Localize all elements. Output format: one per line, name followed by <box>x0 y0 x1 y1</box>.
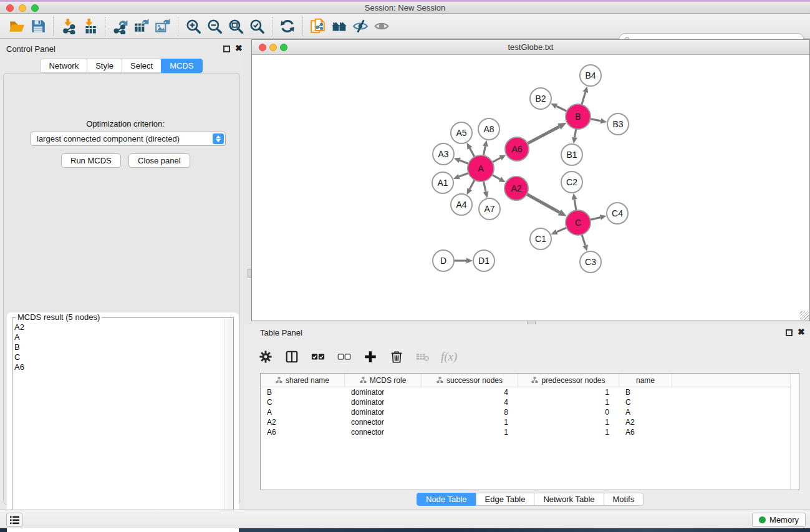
home-layout-button[interactable] <box>329 16 350 36</box>
table-cell[interactable]: 1 <box>518 388 619 397</box>
run-mcds-button[interactable]: Run MCDS <box>61 153 121 168</box>
edge-A6-B[interactable] <box>528 127 559 143</box>
table-cell[interactable]: 1 <box>422 418 518 427</box>
tab-network-table[interactable]: Network Table <box>534 493 604 506</box>
table-cell[interactable]: B <box>619 388 672 397</box>
column-header-name[interactable]: name <box>619 374 672 387</box>
edge-B-B2[interactable] <box>556 106 567 111</box>
memory-button[interactable]: Memory <box>752 513 806 527</box>
table-row[interactable]: A2connector11A2 <box>261 417 799 427</box>
edge-C-C2[interactable] <box>574 200 576 211</box>
table-cell[interactable]: 1 <box>518 418 619 427</box>
result-item[interactable]: B <box>14 342 24 352</box>
table-row[interactable]: Adominator80A <box>261 407 799 417</box>
save-session-button[interactable] <box>27 16 49 36</box>
result-item[interactable]: A <box>14 332 24 342</box>
select-all-button[interactable] <box>310 349 326 365</box>
edge-C-C1[interactable] <box>557 228 567 232</box>
table-cell[interactable]: A <box>261 408 345 417</box>
edge-B-B3[interactable] <box>591 119 601 121</box>
export-network-button[interactable] <box>110 16 131 36</box>
table-cell[interactable]: C <box>619 398 672 407</box>
table-row[interactable]: Bdominator41B <box>261 387 799 397</box>
table-cell[interactable]: connector <box>345 428 422 437</box>
edge-C-C3[interactable] <box>582 235 585 245</box>
table-cell[interactable]: connector <box>345 418 422 427</box>
table-cell[interactable]: 1 <box>518 398 619 407</box>
edge-A-A2[interactable] <box>492 175 500 179</box>
node-table[interactable]: shared nameMCDS rolesuccessor nodesprede… <box>260 373 799 490</box>
window-titlebar[interactable]: Session: New Session <box>0 2 810 14</box>
edge-A-A6[interactable] <box>493 158 501 162</box>
close-panel-button[interactable]: Close panel <box>128 153 190 168</box>
tab-network[interactable]: Network <box>40 59 87 73</box>
deselect-all-button[interactable] <box>336 349 352 365</box>
network-graph[interactable]: B4B2BB3A5A8A6A3AB1A1A2C2A4A7C4CC1DD1C3 <box>252 56 809 321</box>
table-cell[interactable]: 4 <box>422 388 518 397</box>
edge-A-A8[interactable] <box>483 146 485 155</box>
table-cell[interactable]: C <box>261 398 345 407</box>
column-header-predecessor-nodes[interactable]: predecessor nodes <box>518 374 619 387</box>
table-cell[interactable]: 4 <box>422 398 518 407</box>
table-cell[interactable]: dominator <box>345 408 422 417</box>
zoom-in-button[interactable] <box>183 16 204 36</box>
table-cell[interactable]: 1 <box>518 428 619 437</box>
clone-network-button[interactable] <box>307 16 329 36</box>
tab-node-table[interactable]: Node Table <box>417 493 476 506</box>
column-header-successor-nodes[interactable]: successor nodes <box>422 374 518 387</box>
result-item[interactable]: C <box>14 352 24 362</box>
table-cell[interactable]: A6 <box>619 428 672 437</box>
table-close-icon[interactable]: ✖ <box>798 329 805 336</box>
edge-C-C4[interactable] <box>590 217 600 220</box>
tab-style[interactable]: Style <box>87 59 122 73</box>
resize-grip-icon[interactable] <box>800 311 809 320</box>
criterion-select[interactable]: largest connected component (directed) <box>31 132 226 146</box>
edge-A-A4[interactable] <box>470 180 475 190</box>
edge-B-B4[interactable] <box>582 92 586 105</box>
table-cell[interactable]: dominator <box>345 398 422 407</box>
tab-motifs[interactable]: Motifs <box>604 493 644 506</box>
table-scrollbar[interactable] <box>790 374 799 490</box>
edge-A-A5[interactable] <box>470 148 475 157</box>
export-image-button[interactable] <box>152 16 173 36</box>
tab-select[interactable]: Select <box>122 59 162 73</box>
column-visibility-button[interactable] <box>284 349 300 365</box>
network-window-titlebar[interactable]: testGlobe.txt <box>252 40 809 55</box>
import-table-button[interactable] <box>79 16 100 36</box>
table-cell[interactable]: 8 <box>422 408 518 417</box>
show-eye-button[interactable] <box>371 16 392 36</box>
add-column-button[interactable] <box>362 349 378 365</box>
close-panel-icon[interactable]: ✖ <box>235 45 243 52</box>
task-history-button[interactable] <box>6 513 22 527</box>
edge-A-A3[interactable] <box>460 160 468 163</box>
edge-A2-C[interactable] <box>527 194 560 212</box>
edge-A-A7[interactable] <box>483 181 486 192</box>
open-file-button[interactable] <box>6 16 27 36</box>
float-panel-icon[interactable] <box>223 46 230 52</box>
network-canvas[interactable]: B4B2BB3A5A8A6A3AB1A1A2C2A4A7C4CC1DD1C3 <box>252 56 809 321</box>
table-cell[interactable]: dominator <box>345 388 422 397</box>
table-cell[interactable]: A2 <box>261 418 345 427</box>
zoom-selected-button[interactable] <box>246 16 268 36</box>
result-item[interactable]: A6 <box>14 362 24 372</box>
table-settings-button[interactable] <box>258 349 274 365</box>
table-cell[interactable]: B <box>261 388 345 397</box>
import-network-button[interactable] <box>58 16 79 36</box>
column-header-shared-name[interactable]: shared name <box>261 374 345 387</box>
mcds-result-list[interactable]: A2ABCA6 <box>14 322 24 372</box>
edge-A-A1[interactable] <box>459 173 468 177</box>
table-cell[interactable]: A6 <box>261 428 345 437</box>
edge-B-B1[interactable] <box>575 129 576 138</box>
zoom-fit-button[interactable] <box>225 16 246 36</box>
result-item[interactable]: A2 <box>14 322 24 332</box>
tab-mcds[interactable]: MCDS <box>161 59 202 73</box>
column-header-MCDS-role[interactable]: MCDS role <box>345 374 422 387</box>
refresh-button[interactable] <box>277 16 298 36</box>
export-table-button[interactable] <box>131 16 152 36</box>
table-cell[interactable]: A <box>619 408 672 417</box>
result-scrollbar[interactable] <box>224 319 233 527</box>
table-row[interactable]: A6connector11A6 <box>261 427 799 437</box>
tab-edge-table[interactable]: Edge Table <box>476 493 535 506</box>
table-row[interactable]: Cdominator41C <box>261 397 799 407</box>
table-cell[interactable]: 1 <box>422 428 518 437</box>
